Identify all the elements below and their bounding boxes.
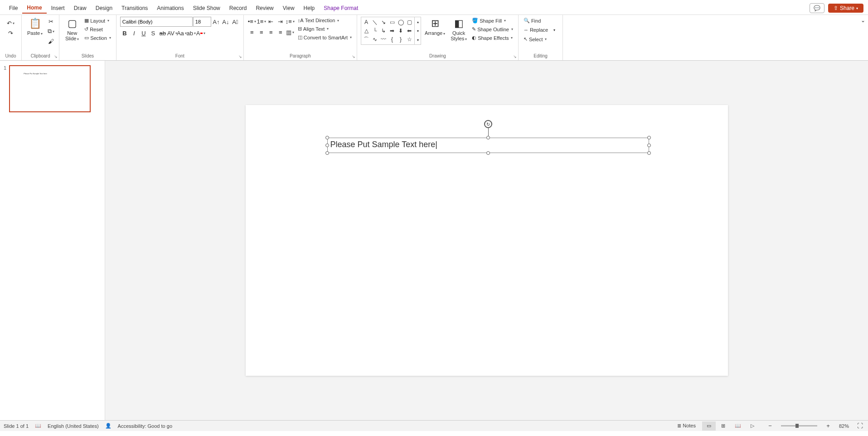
tab-insert[interactable]: Insert	[47, 3, 69, 13]
redo-button[interactable]: ↷	[6, 29, 15, 38]
slide[interactable]: ↻ Please Put Sample Text here	[246, 105, 728, 376]
justify-button[interactable]: ≡	[276, 28, 285, 37]
align-center-button[interactable]: ≡	[257, 28, 266, 37]
shape-rbrace[interactable]: }	[397, 35, 405, 43]
status-accessibility[interactable]: Accessibility: Good to go	[118, 423, 172, 429]
shapes-gallery[interactable]: A ＼ ↘ ▭ ◯ ▢ △ └ ↳ ➡ ⬇ ⬅ ⌒ ∿ 〰 { }	[361, 17, 415, 45]
increase-font-button[interactable]: A↑	[212, 17, 221, 26]
clipboard-launcher[interactable]: ↘	[54, 54, 58, 59]
char-spacing-button[interactable]: AV	[168, 29, 177, 38]
align-left-button[interactable]: ≡	[247, 28, 257, 37]
tab-slideshow[interactable]: Slide Show	[189, 3, 225, 13]
font-launcher[interactable]: ↘	[238, 54, 242, 59]
shape-elbow[interactable]: └	[371, 27, 379, 35]
drawing-launcher[interactable]: ↘	[513, 54, 517, 59]
align-text-button[interactable]: ⊟Align Text	[296, 25, 353, 33]
shape-line[interactable]: ＼	[371, 18, 379, 26]
sorter-view-button[interactable]: ⊞	[717, 422, 730, 431]
share-button[interactable]: ⇧Share▾	[828, 4, 863, 13]
shape-arc[interactable]: ⌒	[362, 35, 370, 43]
bullets-button[interactable]: •≡	[247, 17, 257, 26]
reset-button[interactable]: ↺Reset	[83, 25, 112, 33]
zoom-slider-thumb[interactable]	[795, 424, 799, 428]
collapse-ribbon-button[interactable]: ⌄	[861, 17, 865, 24]
gallery-more[interactable]: ▾	[415, 38, 421, 42]
slide-thumbnail-panel[interactable]: 1 Please Put Sample Text here	[0, 61, 105, 420]
columns-button[interactable]: ▥	[286, 28, 295, 37]
shape-effects-button[interactable]: ◐Shape Effects	[470, 34, 514, 42]
cut-button[interactable]: ✂	[46, 17, 55, 26]
italic-button[interactable]: I	[130, 29, 139, 38]
increase-indent-button[interactable]: ⇥	[276, 17, 285, 26]
undo-button[interactable]: ↶	[6, 19, 15, 28]
highlight-button[interactable]: ab	[187, 29, 196, 38]
shape-triangle[interactable]: △	[362, 27, 370, 35]
fit-to-window-button[interactable]: ⛶	[855, 422, 864, 431]
resize-handle-mr[interactable]	[647, 144, 651, 147]
resize-handle-br[interactable]	[647, 151, 651, 155]
shape-textbox[interactable]: A	[362, 18, 370, 26]
shape-elbow-arrow[interactable]: ↳	[379, 27, 388, 35]
underline-button[interactable]: U	[139, 29, 148, 38]
shape-wave[interactable]: 〰	[379, 35, 388, 43]
tab-record[interactable]: Record	[225, 3, 252, 13]
font-color-button[interactable]: A	[196, 29, 205, 38]
layout-button[interactable]: ▦Layout	[83, 17, 112, 24]
align-right-button[interactable]: ≡	[267, 28, 276, 37]
gallery-down[interactable]: ▾	[415, 29, 421, 33]
shape-block-arrow-l[interactable]: ⬅	[405, 27, 413, 35]
comments-button[interactable]: 💬	[810, 3, 824, 13]
replace-button[interactable]: ↔Replace	[522, 26, 549, 34]
tab-draw[interactable]: Draw	[69, 3, 91, 13]
selected-textbox[interactable]: ↻ Please Put Sample Text here	[327, 138, 649, 153]
shape-rect[interactable]: ▭	[388, 18, 396, 26]
slide-thumbnail-1[interactable]: Please Put Sample Text here	[9, 65, 91, 112]
quick-styles-button[interactable]: ◧ Quick Styles	[449, 17, 469, 43]
replace-more-button[interactable]: ▾	[550, 25, 559, 34]
zoom-in-button[interactable]: +	[824, 422, 833, 431]
select-button[interactable]: ↖Select	[522, 35, 548, 43]
reading-view-button[interactable]: 📖	[731, 422, 745, 431]
slideshow-view-button[interactable]: ▷	[746, 422, 759, 431]
arrange-button[interactable]: ⊞ Arrange	[423, 17, 447, 37]
resize-handle-bm[interactable]	[486, 151, 490, 155]
shape-block-arrow-d[interactable]: ⬇	[397, 27, 405, 35]
shape-oval[interactable]: ◯	[397, 18, 405, 26]
decrease-font-button[interactable]: A↓	[221, 17, 230, 26]
paragraph-launcher[interactable]: ↘	[352, 54, 355, 59]
shape-lbrace[interactable]: {	[388, 35, 396, 43]
spell-check-icon[interactable]: 📖	[35, 423, 41, 429]
shape-roundrect[interactable]: ▢	[405, 18, 413, 26]
font-name-input[interactable]	[120, 17, 193, 27]
notes-button[interactable]: ≣ Notes	[677, 423, 696, 429]
font-size-input[interactable]	[193, 17, 211, 27]
shape-block-arrow-r[interactable]: ➡	[388, 27, 396, 35]
line-spacing-button[interactable]: ↕≡	[286, 17, 295, 26]
resize-handle-tl[interactable]	[325, 136, 329, 139]
gallery-up[interactable]: ▴	[415, 20, 421, 24]
zoom-level[interactable]: 82%	[839, 423, 849, 429]
tab-transitions[interactable]: Transitions	[117, 3, 152, 13]
status-language[interactable]: English (United States)	[48, 423, 99, 429]
tab-home[interactable]: Home	[22, 3, 46, 14]
tab-animations[interactable]: Animations	[152, 3, 188, 13]
shape-star[interactable]: ☆	[405, 35, 413, 43]
decrease-indent-button[interactable]: ⇤	[267, 17, 276, 26]
tab-shape-format[interactable]: Shape Format	[319, 3, 363, 13]
clear-formatting-button[interactable]: A⃠	[231, 17, 240, 26]
tab-review[interactable]: Review	[251, 3, 278, 13]
text-direction-button[interactable]: ↕AText Direction	[296, 17, 353, 24]
shape-arrow-line[interactable]: ↘	[379, 18, 388, 26]
textbox-content[interactable]: Please Put Sample Text here	[328, 138, 649, 151]
numbering-button[interactable]: 1≡	[257, 17, 266, 26]
zoom-out-button[interactable]: −	[766, 422, 775, 431]
convert-smartart-button[interactable]: ◫Convert to SmartArt	[296, 34, 353, 41]
paste-button[interactable]: 📋 Paste	[25, 17, 44, 37]
find-button[interactable]: 🔍Find	[522, 17, 542, 24]
bold-button[interactable]: B	[120, 29, 129, 38]
new-slide-button[interactable]: ▢ New Slide	[63, 17, 81, 43]
shape-curve[interactable]: ∿	[371, 35, 379, 43]
change-case-button[interactable]: Aa	[177, 29, 186, 38]
strikethrough-button[interactable]: ab	[158, 29, 167, 38]
tab-file[interactable]: File	[5, 3, 22, 13]
